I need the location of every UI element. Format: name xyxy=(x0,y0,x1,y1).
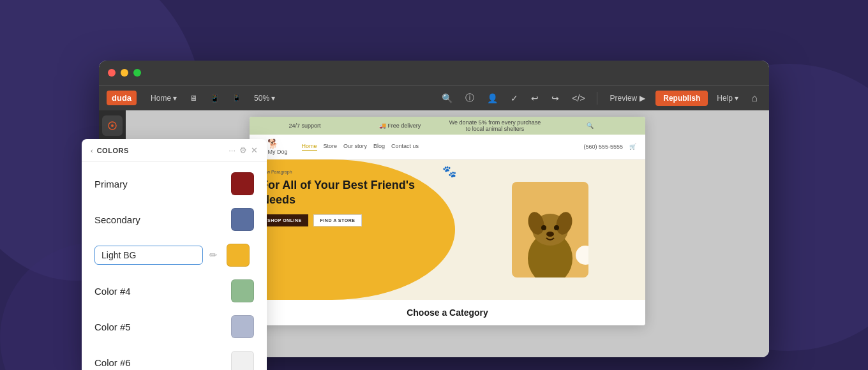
info-icon: ⓘ xyxy=(465,93,474,104)
browser-dot-red xyxy=(108,69,116,77)
home-icon: ⌂ xyxy=(751,93,758,103)
hero-section: New Paragraph For All of Your Best Frien… xyxy=(250,159,645,300)
nav-phone: (560) 555-5555 xyxy=(583,144,623,150)
tablet-icon: 📱 xyxy=(210,94,220,103)
check-icon: ✓ xyxy=(511,93,518,103)
browser-dot-green xyxy=(133,69,141,77)
dog-illustration xyxy=(518,195,582,278)
undo-icon: ↩ xyxy=(531,93,539,103)
website-preview: 24/7 support 🚚 Free delivery We donate 5… xyxy=(250,117,645,325)
color-row-5: Color #5 xyxy=(82,309,267,344)
svg-point-1 xyxy=(111,124,114,127)
color-label-5: Color #5 xyxy=(94,322,222,332)
color-swatch-secondary[interactable] xyxy=(231,208,254,231)
republish-button[interactable]: Republish xyxy=(655,91,708,106)
color-row-primary: Primary xyxy=(82,166,267,202)
help-arrow: ▾ xyxy=(735,94,738,103)
home-icon-btn[interactable]: ⌂ xyxy=(747,91,761,106)
toolbar-info-btn[interactable]: ⓘ xyxy=(461,91,478,106)
nav-link-contact[interactable]: Contact us xyxy=(391,143,419,151)
svg-point-8 xyxy=(546,232,554,237)
pencil-icon[interactable]: ✏ xyxy=(209,249,218,261)
toolbar-home[interactable]: Home ▾ xyxy=(147,92,181,105)
color-swatch-6[interactable] xyxy=(231,351,254,370)
hero-shop-btn[interactable]: SHOP ONLINE xyxy=(261,214,308,226)
cfp-back-btn[interactable]: ‹ xyxy=(91,147,93,154)
toolbar-user-btn[interactable]: 👤 xyxy=(483,91,502,105)
color-row-6: Color #6 xyxy=(82,344,267,370)
cfp-header: ‹ COLORS ··· ⚙ ✕ xyxy=(82,139,267,162)
toolbar-search-btn[interactable]: 🔍 xyxy=(438,91,456,105)
toolbar-code-btn[interactable]: </> xyxy=(568,91,588,105)
theme-icon xyxy=(107,121,117,131)
desktop-icon: 🖥 xyxy=(190,94,197,103)
ann-donate: We donate 5% from every purchase to loca… xyxy=(447,119,542,132)
hero-buttons: SHOP ONLINE FIND A STORE xyxy=(261,214,444,226)
toolbar-zoom[interactable]: 50% ▾ xyxy=(250,92,279,105)
nav-link-home[interactable]: Home xyxy=(302,143,317,151)
nav-bar: 🐕 Oh My Dog Home Store Our story Blog Co… xyxy=(250,135,645,159)
color-row-lightbg: ✏ xyxy=(82,237,267,273)
preview-label: Preview xyxy=(610,94,638,103)
color-swatch-primary[interactable] xyxy=(231,172,254,195)
redo-icon: ↪ xyxy=(551,93,559,103)
toolbar-redo-btn[interactable]: ↪ xyxy=(548,91,563,105)
cfp-settings-btn[interactable]: ⚙ xyxy=(239,145,247,155)
toolbar-undo-btn[interactable]: ↩ xyxy=(527,91,542,105)
cfp-rows: Primary Secondary ✏ Color #4 Color #5 Co… xyxy=(82,162,267,370)
back-arrow-icon: ‹ xyxy=(91,147,93,154)
paw-icon: 🐾 xyxy=(442,165,456,179)
user-icon: 👤 xyxy=(487,93,498,103)
toolbar-check-btn[interactable]: ✓ xyxy=(507,91,522,105)
color-label-4: Color #4 xyxy=(94,286,222,297)
hero-tag: New Paragraph xyxy=(261,170,444,174)
colors-floating-panel: ‹ COLORS ··· ⚙ ✕ Primary Secondary ✏ Col… xyxy=(82,139,267,370)
color-name-input[interactable] xyxy=(94,246,203,265)
ann-search: 🔍 xyxy=(542,122,638,129)
search-icon: 🔍 xyxy=(442,93,453,103)
editor-toolbar: duda Home ▾ 🖥 📱 📱 50% ▾ 🔍 ⓘ 👤 ✓ xyxy=(99,85,769,110)
svg-point-6 xyxy=(541,225,546,230)
color-swatch-4[interactable] xyxy=(231,279,254,302)
ann-delivery: 🚚 Free delivery xyxy=(352,122,447,129)
category-section: Choose a Category xyxy=(250,300,645,325)
announcement-bar: 24/7 support 🚚 Free delivery We donate 5… xyxy=(250,117,645,135)
nav-cart-icon[interactable]: 🛒 xyxy=(629,144,636,150)
nav-links: Home Store Our story Blog Contact us xyxy=(302,143,576,151)
cfp-more-btn[interactable]: ··· xyxy=(228,145,236,155)
color-swatch-5[interactable] xyxy=(231,315,254,338)
hero-store-btn[interactable]: FIND A STORE xyxy=(313,214,363,226)
nav-right: (560) 555-5555 🛒 xyxy=(583,144,636,150)
nav-link-store[interactable]: Store xyxy=(324,143,338,151)
hero-image-area: 🐾 xyxy=(455,159,645,300)
toolbar-home-label: Home xyxy=(151,94,171,103)
svg-point-7 xyxy=(554,225,559,230)
toolbar-device-mobile[interactable]: 📱 xyxy=(228,92,245,104)
cfp-title: COLORS xyxy=(97,147,225,154)
cfp-actions: ··· ⚙ ✕ xyxy=(228,145,258,155)
code-icon: </> xyxy=(572,93,585,103)
sidebar-theme-icon[interactable] xyxy=(102,115,123,136)
color-swatch-lightbg[interactable] xyxy=(227,244,250,267)
help-label: Help xyxy=(717,94,733,103)
preview-button[interactable]: Preview ▶ xyxy=(605,92,651,105)
toolbar-home-arrow: ▾ xyxy=(173,94,177,103)
help-button[interactable]: Help ▾ xyxy=(713,92,742,105)
mobile-icon: 📱 xyxy=(232,94,241,102)
color-label-secondary: Secondary xyxy=(94,214,222,225)
cfp-close-btn[interactable]: ✕ xyxy=(251,145,258,155)
nav-link-story[interactable]: Our story xyxy=(343,143,367,151)
toolbar-device-tablet[interactable]: 📱 xyxy=(206,92,223,105)
ann-support: 24/7 support xyxy=(257,122,352,129)
toolbar-zoom-arrow: ▾ xyxy=(271,94,275,103)
dog-image-container xyxy=(512,182,588,278)
nav-link-blog[interactable]: Blog xyxy=(373,143,385,151)
toolbar-device-desktop[interactable]: 🖥 xyxy=(186,92,201,105)
color-label-primary: Primary xyxy=(94,179,222,189)
browser-chrome xyxy=(99,61,769,85)
preview-play-icon: ▶ xyxy=(640,94,645,103)
duda-logo: duda xyxy=(107,91,137,105)
color-row-4: Color #4 xyxy=(82,273,267,309)
category-title: Choose a Category xyxy=(257,307,638,318)
toolbar-zoom-label: 50% xyxy=(254,94,269,103)
